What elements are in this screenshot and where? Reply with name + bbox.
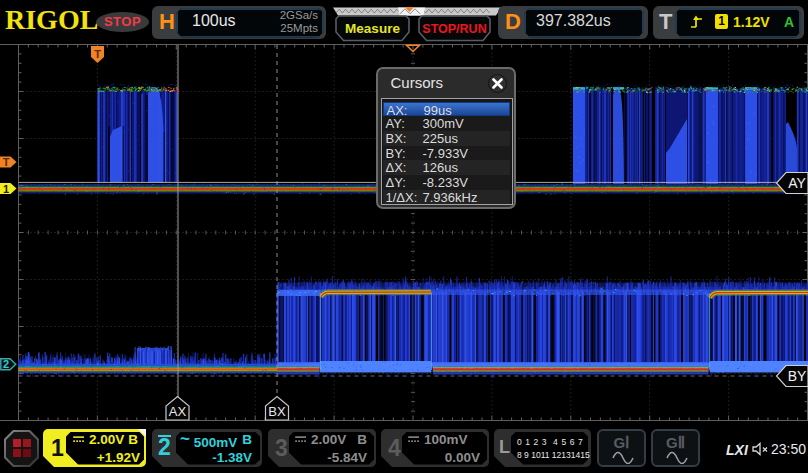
svg-text:T: T	[3, 156, 10, 168]
svg-text:STOP/RUN: STOP/RUN	[422, 22, 486, 36]
svg-text:1: 1	[3, 183, 9, 195]
svg-text:2: 2	[3, 358, 9, 370]
svg-text:T: T	[94, 48, 101, 60]
svg-text:AX: AX	[169, 404, 187, 419]
svg-text:AY: AY	[788, 175, 806, 191]
svg-text:Measure: Measure	[345, 21, 400, 36]
svg-text:BX: BX	[268, 404, 286, 419]
svg-text:BY: BY	[788, 368, 807, 384]
